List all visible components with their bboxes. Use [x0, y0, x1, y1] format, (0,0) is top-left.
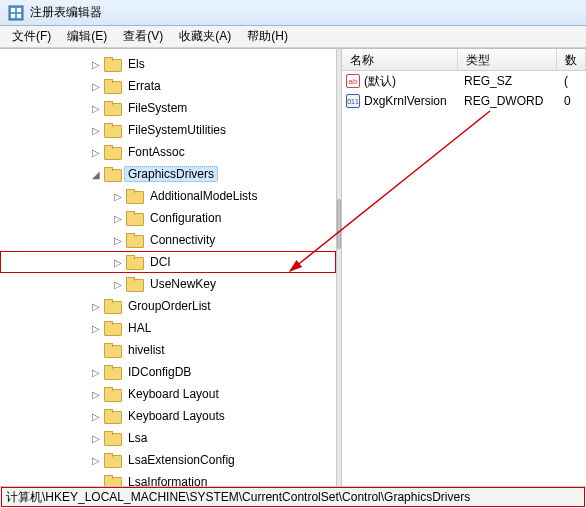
tree-label: Els [124, 56, 149, 72]
tree-item-usenewkey[interactable]: ▷UseNewKey [0, 273, 336, 295]
menu-help[interactable]: 帮助(H) [239, 26, 296, 47]
tree-item-keyboard-layouts[interactable]: ▷Keyboard Layouts [0, 405, 336, 427]
expand-icon[interactable]: ▷ [112, 278, 124, 290]
folder-icon [104, 475, 120, 486]
tree-item-grouporderlist[interactable]: ▷GroupOrderList [0, 295, 336, 317]
expand-icon[interactable]: ▷ [90, 410, 102, 422]
tree-item-lsa[interactable]: ▷Lsa [0, 427, 336, 449]
scroll-thumb[interactable] [337, 199, 341, 249]
tree-label: LsaInformation [124, 474, 211, 486]
expand-icon[interactable]: ▷ [90, 80, 102, 92]
title-bar: 注册表编辑器 [0, 0, 586, 26]
tree-item-errata[interactable]: ▷Errata [0, 75, 336, 97]
tree-label: FileSystem [124, 100, 191, 116]
tree-item-graphicsdrivers[interactable]: ◢GraphicsDrivers [0, 163, 336, 185]
tree-item-dci[interactable]: ▷DCI [0, 251, 336, 273]
folder-icon [104, 57, 120, 71]
folder-icon [104, 387, 120, 401]
expand-icon[interactable]: ◢ [90, 168, 102, 180]
expand-icon[interactable]: ▷ [90, 146, 102, 158]
tree-item-els[interactable]: ▷Els [0, 53, 336, 75]
list-row[interactable]: ab(默认)REG_SZ( [342, 71, 586, 91]
value-name: (默认) [364, 73, 396, 90]
folder-icon [104, 79, 120, 93]
string-icon: ab [346, 74, 360, 88]
expand-icon[interactable]: ▷ [90, 300, 102, 312]
value-name: DxgKrnlVersion [364, 94, 447, 108]
folder-icon [126, 277, 142, 291]
folder-icon [104, 343, 120, 357]
tree-label: LsaExtensionConfig [124, 452, 239, 468]
list-row[interactable]: 011DxgKrnlVersionREG_DWORD0 [342, 91, 586, 111]
tree-item-connectivity[interactable]: ▷Connectivity [0, 229, 336, 251]
col-data[interactable]: 数 [557, 49, 586, 70]
menu-favorites[interactable]: 收藏夹(A) [171, 26, 239, 47]
tree-label: HAL [124, 320, 155, 336]
splitter[interactable] [336, 49, 342, 486]
value-data: ( [564, 74, 582, 88]
folder-icon [104, 101, 120, 115]
menu-view[interactable]: 查看(V) [115, 26, 171, 47]
value-type: REG_SZ [464, 74, 564, 88]
tree-label: Errata [124, 78, 165, 94]
svg-rect-1 [11, 8, 15, 12]
expand-icon[interactable]: ▷ [90, 124, 102, 136]
tree-label: AdditionalModeLists [146, 188, 261, 204]
expand-icon[interactable]: ▷ [90, 388, 102, 400]
tree-item-filesystem[interactable]: ▷FileSystem [0, 97, 336, 119]
tree-item-fontassoc[interactable]: ▷FontAssoc [0, 141, 336, 163]
col-type[interactable]: 类型 [458, 49, 557, 70]
folder-icon [104, 431, 120, 445]
tree-label: Connectivity [146, 232, 219, 248]
tree-label: hivelist [124, 342, 169, 358]
menu-edit[interactable]: 编辑(E) [59, 26, 115, 47]
folder-icon [126, 233, 142, 247]
folder-icon [104, 453, 120, 467]
menu-file[interactable]: 文件(F) [4, 26, 59, 47]
tree-item-keyboard-layout[interactable]: ▷Keyboard Layout [0, 383, 336, 405]
tree-label: UseNewKey [146, 276, 220, 292]
folder-icon [104, 409, 120, 423]
tree-label: Keyboard Layout [124, 386, 223, 402]
tree-item-lsainformation[interactable]: LsaInformation [0, 471, 336, 486]
expand-icon[interactable]: ▷ [90, 58, 102, 70]
expand-icon[interactable]: ▷ [90, 322, 102, 334]
value-type: REG_DWORD [464, 94, 564, 108]
menu-bar: 文件(F) 编辑(E) 查看(V) 收藏夹(A) 帮助(H) [0, 26, 586, 48]
folder-icon [104, 321, 120, 335]
window-title: 注册表编辑器 [30, 4, 102, 21]
expand-icon [90, 344, 102, 356]
tree-item-additionalmodelists[interactable]: ▷AdditionalModeLists [0, 185, 336, 207]
tree-pane[interactable]: ▷Els▷Errata▷FileSystem▷FileSystemUtiliti… [0, 49, 336, 486]
expand-icon[interactable]: ▷ [90, 454, 102, 466]
expand-icon[interactable]: ▷ [112, 212, 124, 224]
list-pane[interactable]: 名称 类型 数 ab(默认)REG_SZ(011DxgKrnlVersionRE… [342, 49, 586, 486]
status-path: 计算机\HKEY_LOCAL_MACHINE\SYSTEM\CurrentCon… [6, 489, 470, 506]
expand-icon[interactable]: ▷ [112, 256, 124, 268]
tree-item-configuration[interactable]: ▷Configuration [0, 207, 336, 229]
tree-label: GraphicsDrivers [124, 166, 218, 182]
tree-item-idconfigdb[interactable]: ▷IDConfigDB [0, 361, 336, 383]
folder-icon [104, 365, 120, 379]
expand-icon[interactable]: ▷ [90, 432, 102, 444]
expand-icon[interactable]: ▷ [112, 234, 124, 246]
dword-icon: 011 [346, 94, 360, 108]
expand-icon[interactable]: ▷ [112, 190, 124, 202]
expand-icon[interactable]: ▷ [90, 366, 102, 378]
tree-label: IDConfigDB [124, 364, 195, 380]
tree-label: Keyboard Layouts [124, 408, 229, 424]
folder-icon [104, 299, 120, 313]
folder-icon [126, 211, 142, 225]
tree-label: FontAssoc [124, 144, 189, 160]
tree-item-hal[interactable]: ▷HAL [0, 317, 336, 339]
svg-rect-4 [17, 14, 21, 18]
expand-icon[interactable]: ▷ [90, 102, 102, 114]
tree-item-hivelist[interactable]: hivelist [0, 339, 336, 361]
list-header: 名称 类型 数 [342, 49, 586, 71]
tree-item-filesystemutilities[interactable]: ▷FileSystemUtilities [0, 119, 336, 141]
app-icon [8, 5, 24, 21]
tree-item-lsaextensionconfig[interactable]: ▷LsaExtensionConfig [0, 449, 336, 471]
svg-rect-2 [17, 8, 21, 12]
folder-icon [126, 255, 142, 269]
col-name[interactable]: 名称 [342, 49, 458, 70]
